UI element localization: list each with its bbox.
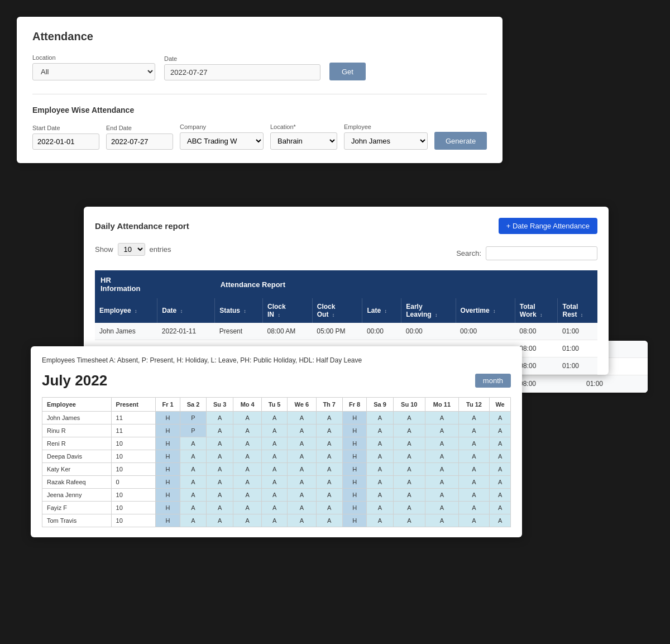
employee-label: Employee bbox=[344, 123, 428, 130]
timesheet-card: Employees Timesheet A: Absent, P: Presen… bbox=[31, 346, 522, 537]
col-group-hr: HRInformation bbox=[95, 270, 215, 298]
month-button[interactable]: month bbox=[475, 374, 511, 388]
list-item: Razak Rafeeq0HAAAAAAHAAAAA bbox=[42, 476, 511, 489]
show-entries: Show 10 25 50 entries bbox=[95, 243, 171, 256]
th-clock-in: ClockIN ↕ bbox=[263, 298, 313, 323]
th-late: Late ↕ bbox=[362, 298, 401, 323]
th-total-work: TotalWork ↕ bbox=[515, 298, 558, 323]
th-clock-out: ClockOut ↕ bbox=[312, 298, 362, 323]
sort-late-icon[interactable]: ↕ bbox=[384, 308, 387, 314]
th-date: Date ↕ bbox=[157, 298, 215, 323]
search-row: Search: bbox=[456, 246, 597, 260]
start-date-input[interactable] bbox=[32, 133, 99, 150]
table-row: John James2022-01-11Present08:00 AM05:00… bbox=[95, 323, 597, 340]
sort-totalrest-icon[interactable]: ↕ bbox=[581, 312, 583, 318]
sort-clockin-icon[interactable]: ↕ bbox=[277, 312, 280, 318]
get-button[interactable]: Get bbox=[329, 63, 366, 80]
th-employee: Employee ↕ bbox=[95, 298, 157, 323]
timesheet-table: EmployeePresentFr 1Sa 2Su 3Mo 4Tu 5We 6T… bbox=[42, 397, 511, 527]
start-date-label: Start Date bbox=[32, 125, 99, 131]
location-select[interactable]: All bbox=[32, 63, 155, 80]
list-item: Jeena Jenny10HAAAAAAHAAAAA bbox=[42, 489, 511, 502]
table-controls: Show 10 25 50 entries Search: bbox=[95, 243, 597, 264]
sort-status-icon[interactable]: ↕ bbox=[243, 308, 246, 314]
company-select[interactable]: ABC Trading W bbox=[180, 132, 264, 150]
timesheet-legend: Employees Timesheet A: Absent, P: Presen… bbox=[42, 356, 511, 364]
sort-date-icon[interactable]: ↕ bbox=[180, 308, 183, 314]
list-item: John James11HPAAAAAHAAAAA bbox=[42, 412, 511, 424]
th-status: Status ↕ bbox=[215, 298, 263, 323]
end-date-label: End Date bbox=[106, 125, 173, 131]
employee-wise-title: Employee Wise Attendance bbox=[32, 106, 487, 115]
list-item: Rinu R11HPAAAAAHAAAAA bbox=[42, 424, 511, 437]
list-item: Tom Travis10HAAAAAAHAAAAA bbox=[42, 514, 511, 527]
company-label: Company bbox=[180, 123, 264, 130]
table-row: 08:0001:00 bbox=[514, 375, 648, 393]
attendance-card: Attendance Location All Date Get Employe… bbox=[17, 17, 502, 163]
sort-totalwork-icon[interactable]: ↕ bbox=[540, 312, 543, 318]
search-input[interactable] bbox=[486, 246, 597, 260]
th-early-leaving: EarlyLeaving ↕ bbox=[401, 298, 456, 323]
search-label: Search: bbox=[456, 249, 481, 257]
divider bbox=[32, 94, 487, 94]
employee-group: Employee John James bbox=[344, 123, 428, 150]
end-date-input[interactable] bbox=[106, 133, 173, 150]
sort-clockout-icon[interactable]: ↕ bbox=[332, 312, 335, 318]
list-item: Reni R10HAAAAAAHAAAAA bbox=[42, 437, 511, 450]
end-date-group: End Date bbox=[106, 125, 173, 150]
timesheet-month-title: July 2022 bbox=[42, 372, 107, 389]
list-item: Katy Ker10HAAAAAAHAAAAA bbox=[42, 463, 511, 476]
daily-header: Daily Attendance report + Date Range Att… bbox=[95, 218, 597, 234]
entries-select[interactable]: 10 25 50 bbox=[118, 243, 145, 256]
filter-row-1: Location All Date Get bbox=[32, 54, 487, 80]
daily-title: Daily Attendance report bbox=[95, 221, 189, 231]
start-date-group: Start Date bbox=[32, 125, 99, 150]
entries-label: entries bbox=[150, 245, 171, 254]
employee-select[interactable]: John James bbox=[344, 132, 428, 150]
location-group: Location All bbox=[32, 54, 155, 80]
location2-group: Location* Bahrain bbox=[270, 123, 337, 150]
th-total-rest: TotalRest ↕ bbox=[558, 298, 597, 323]
location-label: Location bbox=[32, 54, 155, 61]
attendance-title: Attendance bbox=[32, 30, 487, 43]
sort-overtime-icon[interactable]: ↕ bbox=[493, 308, 496, 314]
sort-employee-icon[interactable]: ↕ bbox=[135, 308, 137, 314]
sort-earlyleaving-icon[interactable]: ↕ bbox=[435, 312, 438, 318]
company-group: Company ABC Trading W bbox=[180, 123, 264, 150]
filter-row-2: Start Date End Date Company ABC Trading … bbox=[32, 123, 487, 150]
date-group: Date bbox=[164, 55, 320, 80]
generate-button[interactable]: Generate bbox=[434, 132, 487, 150]
date-input[interactable] bbox=[164, 64, 320, 80]
location2-select[interactable]: Bahrain bbox=[270, 132, 337, 150]
th-overtime: Overtime ↕ bbox=[456, 298, 515, 323]
date-range-button[interactable]: + Date Range Attendance bbox=[499, 218, 597, 234]
show-label: Show bbox=[95, 245, 113, 254]
location2-label: Location* bbox=[270, 123, 337, 130]
col-group-attendance: Attendance Report bbox=[215, 270, 597, 298]
date-label: Date bbox=[164, 55, 320, 62]
timesheet-header: July 2022 month bbox=[42, 372, 511, 389]
list-item: Fayiz F10HAAAAAAHAAAAA bbox=[42, 502, 511, 514]
list-item: Deepa Davis10HAAAAAAHAAAAA bbox=[42, 450, 511, 463]
